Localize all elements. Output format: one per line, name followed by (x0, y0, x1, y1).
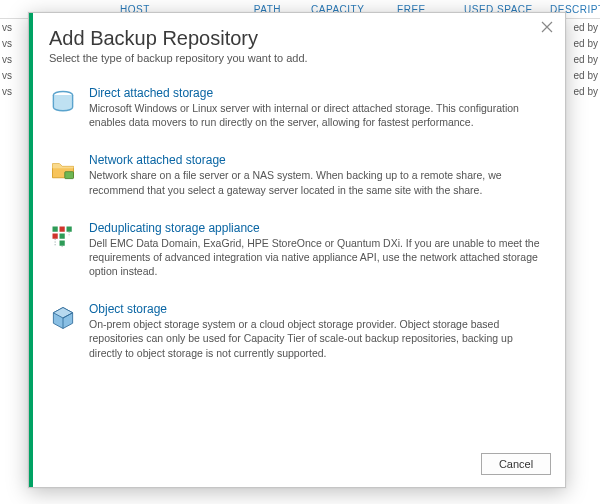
option-title: Network attached storage (89, 153, 545, 167)
option-title: Direct attached storage (89, 86, 545, 100)
dedupe-grid-icon (49, 223, 77, 251)
option-object-storage[interactable]: Object storage On-prem object storage sy… (49, 302, 545, 360)
option-desc: On-prem object storage system or a cloud… (89, 317, 545, 360)
option-desc: Network share on a file server or a NAS … (89, 168, 545, 196)
dialog-subtitle: Select the type of backup repository you… (49, 52, 545, 64)
dialog-header: Add Backup Repository Select the type of… (29, 13, 565, 68)
add-backup-repository-dialog: Add Backup Repository Select the type of… (28, 12, 566, 488)
option-direct-attached-storage[interactable]: Direct attached storage Microsoft Window… (49, 86, 545, 129)
object-cube-icon (49, 304, 77, 332)
nas-folder-icon (49, 155, 77, 183)
dialog-footer: Cancel (481, 453, 551, 475)
svg-rect-5 (53, 233, 58, 238)
svg-rect-6 (60, 233, 65, 238)
option-title: Deduplicating storage appliance (89, 221, 545, 235)
disk-stack-icon (49, 88, 77, 116)
close-icon (539, 21, 555, 33)
option-network-attached-storage[interactable]: Network attached storage Network share o… (49, 153, 545, 196)
accent-stripe (29, 13, 33, 487)
option-desc: Dell EMC Data Domain, ExaGrid, HPE Store… (89, 236, 545, 279)
background-right-fragment: ed by ed by ed by ed by ed by (574, 20, 598, 100)
cancel-button[interactable]: Cancel (481, 453, 551, 475)
svg-rect-3 (60, 226, 65, 231)
svg-rect-2 (53, 226, 58, 231)
svg-rect-1 (65, 172, 74, 179)
background-left-fragment: vs vs vs vs vs (2, 20, 12, 100)
dialog-title: Add Backup Repository (49, 27, 545, 50)
svg-rect-7 (60, 240, 65, 245)
option-deduplicating-storage-appliance[interactable]: Deduplicating storage appliance Dell EMC… (49, 221, 545, 279)
option-title: Object storage (89, 302, 545, 316)
options-list: Direct attached storage Microsoft Window… (29, 68, 565, 360)
option-desc: Microsoft Windows or Linux server with i… (89, 101, 545, 129)
close-button[interactable] (539, 21, 555, 37)
svg-rect-4 (67, 226, 72, 231)
